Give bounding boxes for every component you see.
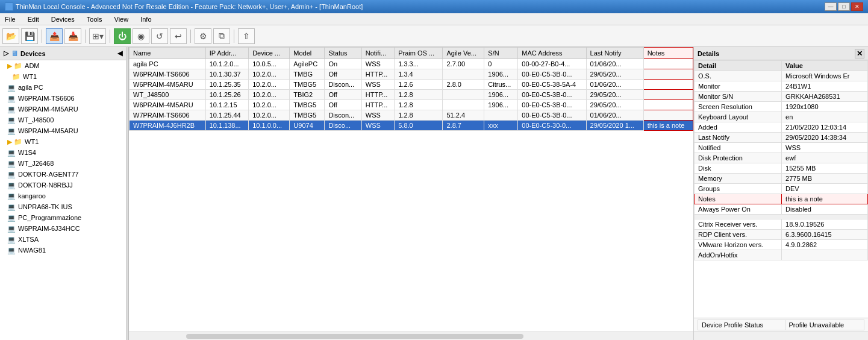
circle-button[interactable]: ◉ — [133, 28, 149, 44]
sidebar-item-xltsa[interactable]: 💻 XLTSA — [0, 234, 126, 245]
table-cell: 01/06/20... — [586, 80, 643, 90]
menu-file[interactable]: File — [2, 15, 18, 24]
details-row: GroupsDEV — [695, 184, 868, 194]
details-header: Details ✕ — [694, 47, 868, 60]
sidebar-item-w6praim-6j[interactable]: 💻 W6PRAIM-6J34HCC — [0, 223, 126, 234]
table-body: agila PC10.1.2.0...10.0.5...AgilePCOnWSS… — [130, 59, 693, 131]
details-scrollbar[interactable] — [694, 332, 868, 340]
menu-tools[interactable]: Tools — [84, 15, 105, 24]
detail-label: Monitor S/N — [695, 92, 782, 102]
table-cell: 51.2.4 — [443, 110, 484, 121]
sidebar-item-wt1[interactable]: ▶ 📁 WT1 — [0, 136, 126, 147]
table-cell: 10.2.0... — [249, 110, 290, 121]
computer-icon: 💻 — [7, 247, 16, 254]
col-notif[interactable]: Notifi... — [361, 48, 394, 59]
horizontal-scrollbar[interactable] — [129, 332, 693, 340]
detail-value: en — [782, 112, 868, 122]
sidebar-item-w6praim-4m2[interactable]: 💻 W6PRAIM-4M5ARU — [0, 125, 126, 136]
power-button[interactable]: ⏻ — [114, 28, 131, 44]
table-cell: WSS — [361, 59, 394, 69]
table-row[interactable]: agila PC10.1.2.0...10.0.5...AgilePCOnWSS… — [130, 59, 693, 69]
details-row: DetailValue — [695, 61, 868, 71]
sidebar-item-kangaroo[interactable]: 💻 kangaroo — [0, 190, 126, 201]
sidebar-item-wt-j48[interactable]: 💻 WT_J48500 — [0, 115, 126, 125]
computer-icon: 💻 — [7, 181, 16, 189]
table-container[interactable]: Name IP Addr... Device ... Model Status … — [129, 47, 693, 332]
table-cell: 10.1.25.35 — [205, 80, 249, 90]
sidebar-item-agila[interactable]: 💻 agila PC — [0, 82, 126, 93]
col-agileVer[interactable]: Agile Ve... — [443, 48, 484, 59]
col-lastNotify[interactable]: Last Notify — [586, 48, 643, 59]
sidebar-item-doktor-77[interactable]: 💻 DOKTOR-AGENT77 — [0, 169, 126, 180]
table-cell: 1906... — [484, 90, 518, 100]
details-row: Disk15255 MB — [695, 163, 868, 174]
sidebar-expand-icon[interactable]: ▷ — [4, 49, 8, 57]
minimize-button[interactable]: — — [825, 2, 837, 11]
sidebar-item-adm[interactable]: ▶ 📁 ADM — [0, 60, 126, 71]
import-button[interactable]: 📥 — [64, 28, 81, 44]
table-cell — [443, 100, 484, 110]
col-sn[interactable]: S/N — [484, 48, 518, 59]
sidebar-item-w1s4[interactable]: 💻 W1S4 — [0, 147, 126, 158]
detail-label: VMware Horizon vers. — [695, 240, 782, 250]
table-cell: 1.3.4 — [395, 69, 443, 80]
save-button[interactable]: 💾 — [21, 28, 38, 44]
detail-value — [782, 250, 868, 260]
table-row[interactable]: W7PRAIM-4J6HR2B10.1.138...10.1.0.0...U90… — [130, 121, 693, 131]
maximize-button[interactable]: □ — [838, 2, 850, 11]
sidebar-item-wt1-sub[interactable]: 📁 WT1 — [0, 71, 126, 82]
sidebar-item-doktor-n8[interactable]: 💻 DOKTOR-N8RBJJ — [0, 180, 126, 190]
upload-button[interactable]: ⇧ — [238, 28, 255, 44]
sidebar-item-wt-j264[interactable]: 💻 WT_J26468 — [0, 158, 126, 169]
col-device[interactable]: Device ... — [249, 48, 290, 59]
sidebar-item-w6praim-4m[interactable]: 💻 W6PRAIM-4M5ARU — [0, 104, 126, 115]
sidebar-header: ▷ 🖥 Devices ◀ — [0, 47, 126, 60]
undo-button[interactable]: ↩ — [170, 28, 187, 44]
table-cell: 10.2.0... — [249, 80, 290, 90]
menu-info[interactable]: Info — [138, 15, 154, 24]
table-cell: WSS — [361, 121, 394, 131]
table-cell: 00-E0-C5-3B-0... — [518, 69, 586, 80]
table-row[interactable]: W6PRAIM-TS660610.1.30.3710.2.0...TMBGOff… — [130, 69, 693, 80]
separator-5 — [234, 30, 234, 43]
sidebar-item-w6praim-ts[interactable]: 💻 W6PRAIM-TS6606 — [0, 93, 126, 104]
table-cell: Off — [325, 90, 361, 100]
detail-label: Always Power On — [695, 204, 782, 215]
export-button[interactable]: 📤 — [46, 28, 63, 44]
table-cell: HTTP... — [361, 69, 394, 80]
col-ip[interactable]: IP Addr... — [205, 48, 249, 59]
col-mac[interactable]: MAC Address — [518, 48, 586, 59]
col-notes[interactable]: Notes — [643, 48, 693, 59]
col-name[interactable]: Name — [130, 48, 206, 59]
deploy-button[interactable]: ⧉ — [213, 28, 230, 44]
col-status[interactable]: Status — [325, 48, 361, 59]
refresh-button[interactable]: ↺ — [151, 28, 168, 44]
detail-value: 24B1W1 — [782, 81, 868, 92]
table-cell: 29/05/20... — [586, 69, 643, 80]
sidebar-item-unpra68[interactable]: 💻 UNPRA68-TK IUS — [0, 201, 126, 212]
menu-devices[interactable]: Devices — [49, 15, 77, 24]
menu-edit[interactable]: Edit — [25, 15, 42, 24]
scrollbar-thumb[interactable] — [186, 334, 523, 339]
table-row[interactable]: W6PRAIM-4M5ARU10.1.25.3510.2.0...TMBG5Di… — [130, 80, 693, 90]
table-row[interactable]: W6PRAIM-4M5ARU10.1.2.1510.2.0...TMBG5Off… — [130, 100, 693, 110]
computer-icon: 💻 — [7, 192, 16, 200]
sidebar-item-pc-prog[interactable]: 💻 PC_Programmazione — [0, 212, 126, 223]
table-row[interactable]: W7PRAIM-TS660610.1.25.4410.2.0...TMBG5Di… — [130, 110, 693, 121]
details-status-table: Device Profile Status Profile Unavailabl… — [698, 320, 864, 330]
menu-view[interactable]: View — [112, 15, 131, 24]
sidebar-collapse-icon[interactable]: ◀ — [117, 49, 122, 57]
col-praimOS[interactable]: Praim OS ... — [395, 48, 443, 59]
open-button[interactable]: 📂 — [2, 28, 19, 44]
sidebar-item-nwag81[interactable]: 💻 NWAG81 — [0, 245, 126, 256]
details-row: Last Notify29/05/2020 14:38:34 — [695, 133, 868, 143]
col-model[interactable]: Model — [290, 48, 325, 59]
table-row[interactable]: WT_J4850010.1.25.2610.2.0...TBIG2OffHTTP… — [130, 90, 693, 100]
details-row: Added21/05/2020 12:03:14 — [695, 122, 868, 133]
close-button[interactable]: ✕ — [851, 2, 863, 11]
table-cell: 2.8.0 — [443, 80, 484, 90]
computer-icon: 💻 — [7, 95, 16, 102]
settings-button[interactable]: ⚙ — [195, 28, 211, 44]
details-close-button[interactable]: ✕ — [855, 49, 864, 58]
grid-button[interactable]: ⊞▾ — [89, 28, 106, 44]
